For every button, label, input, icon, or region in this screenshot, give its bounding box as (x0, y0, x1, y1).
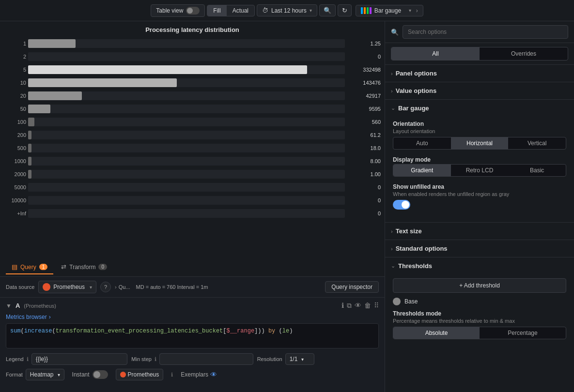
toolbar-left: Table view Fill Actual ⏱ Last 12 hours ▾… (151, 4, 351, 17)
thresholds-section[interactable]: ⌄ Thresholds (385, 257, 574, 274)
query-action-icons: ℹ ⧉ 👁 🗑 ⠿ (341, 302, 379, 310)
orientation-sublabel: Layout orientation (393, 128, 566, 134)
table-view-toggle[interactable]: Table view (151, 4, 205, 17)
threshold-base-row: Base (393, 298, 566, 305)
query-inspector-button[interactable]: Query inspector (325, 281, 379, 293)
orientation-vertical[interactable]: Vertical (508, 137, 566, 149)
bar-fill (28, 39, 76, 48)
text-size-section[interactable]: › Text size (385, 222, 574, 240)
code-editor[interactable]: sum(increase(transformation_event_proces… (6, 323, 379, 348)
bar-label: 10000 (4, 197, 26, 203)
display-mode-gradient[interactable]: Gradient (393, 165, 451, 176)
prometheus-info-icon[interactable]: ℹ (171, 372, 173, 378)
chart-bar-row: 50000 (4, 181, 381, 194)
chevron-down-icon: ⌄ (391, 105, 395, 111)
datasource-select[interactable]: Prometheus ▾ (38, 281, 96, 293)
chevron-right-icon: › (391, 246, 393, 252)
clock-icon: ⏱ (262, 7, 268, 14)
display-mode-retro[interactable]: Retro LCD (451, 165, 509, 176)
bar-label: 50 (4, 106, 26, 112)
legend-info-icon[interactable]: ℹ (27, 356, 29, 362)
bar-label: 100 (4, 119, 26, 125)
chart-bar-row: 509595 (4, 103, 381, 115)
threshold-base-label: Base (404, 298, 418, 305)
chart-area: Processing latency distribution 11.25205… (0, 21, 385, 258)
bar-track (28, 39, 345, 48)
info-icon[interactable]: ℹ (341, 302, 344, 310)
actual-button[interactable]: Actual (227, 5, 254, 16)
chart-bar-row: 10143476 (4, 76, 381, 89)
trash-icon[interactable]: 🗑 (364, 302, 371, 310)
chevron-right-icon: › (115, 284, 117, 290)
standard-options-section[interactable]: › Standard options (385, 240, 574, 257)
query-letter: A (16, 302, 20, 309)
tab-query[interactable]: ▤ Query 1 (6, 260, 53, 274)
instant-toggle[interactable] (93, 370, 108, 379)
left-panel: Processing latency distribution 11.25205… (0, 21, 385, 392)
refresh-button[interactable]: ↻ (338, 4, 352, 16)
orientation-horizontal[interactable]: Horizontal (451, 137, 509, 149)
query-indicator: › Qu... (115, 284, 130, 290)
chart-bar-row: 5332498 (4, 63, 381, 76)
add-threshold-button[interactable]: + Add threshold (393, 278, 566, 293)
format-select[interactable]: Heatmap ▾ (26, 369, 64, 380)
chart-bar-row: 10008.00 (4, 155, 381, 167)
search-options-input[interactable] (403, 25, 568, 39)
main-layout: Processing latency distribution 11.25205… (0, 21, 574, 392)
collapse-button[interactable]: ▼ (6, 302, 12, 309)
info-button[interactable]: ? (100, 282, 111, 292)
display-mode-basic[interactable]: Basic (508, 165, 566, 176)
chevron-down-icon: ⌄ (391, 263, 395, 269)
exemplars-eye-icon[interactable]: 👁 (210, 371, 217, 378)
fill-button[interactable]: Fill (207, 5, 226, 16)
bar-fill (28, 170, 31, 179)
orientation-auto[interactable]: Auto (393, 137, 451, 149)
viz-selector[interactable]: Bar gauge ▾ › (356, 5, 423, 16)
search-icon: 🔍 (391, 29, 399, 36)
bar-track (28, 196, 345, 205)
datasource-label: Data source (6, 284, 34, 290)
value-options-section[interactable]: › Value options (385, 82, 574, 99)
bar-gauge-section[interactable]: ⌄ Bar gauge (385, 99, 574, 117)
format-label: Format (6, 372, 23, 377)
metrics-browser-label: Metrics browser (6, 314, 47, 320)
chevron-down-icon: ▾ (310, 8, 312, 13)
chart-content: 11.2520533249810143476204291750959510056… (0, 37, 385, 220)
chevron-right-icon: › (416, 7, 418, 14)
legend-input[interactable] (31, 353, 128, 365)
threshold-mode-absolute[interactable]: Absolute (393, 327, 480, 339)
display-mode-btn-group: Gradient Retro LCD Basic (393, 164, 566, 177)
copy-icon[interactable]: ⧉ (347, 302, 352, 310)
threshold-mode-percentage[interactable]: Percentage (480, 327, 566, 339)
bar-fill (28, 131, 31, 139)
zoom-out-button[interactable]: 🔍 (319, 4, 336, 16)
bar-fill (28, 105, 50, 113)
min-step-input[interactable] (159, 353, 253, 365)
bar-value: 8.00 (347, 158, 381, 164)
drag-icon[interactable]: ⠿ (374, 302, 379, 310)
eye-icon[interactable]: 👁 (355, 302, 361, 310)
bar-track (28, 144, 345, 152)
bar-value: 61.2 (347, 132, 381, 138)
bar-value: 42917 (347, 93, 381, 99)
query-fields: Legend ℹ Min step ℹ Resolution 1/1 ▾ (6, 353, 379, 365)
table-view-switch[interactable] (186, 7, 200, 15)
min-step-info-icon[interactable]: ℹ (155, 356, 156, 362)
query-tab-label: Query (20, 264, 36, 271)
bar-value: 560 (347, 119, 381, 125)
transform-tab-label: Transform (69, 264, 95, 271)
display-mode-option: Display mode Gradient Retro LCD Basic (393, 156, 566, 177)
metrics-browser-button[interactable]: Metrics browser › (6, 314, 51, 320)
overrides-tab[interactable]: Overrides (480, 47, 568, 60)
bar-gauge-title: Bar gauge (398, 105, 429, 112)
display-mode-label: Display mode (393, 156, 566, 163)
bar-value: 18.0 (347, 145, 381, 151)
instant-toggle-group: Instant (72, 370, 108, 379)
time-range-button[interactable]: ⏱ Last 12 hours ▾ (257, 4, 317, 16)
resolution-select[interactable]: 1/1 ▾ (285, 353, 314, 365)
panel-options-section[interactable]: › Panel options (385, 64, 574, 82)
all-tab[interactable]: All (391, 47, 480, 60)
show-unfilled-toggle[interactable] (393, 200, 410, 210)
query-short: Qu... (119, 284, 130, 290)
tab-transform[interactable]: ⇄ Transform 0 (55, 260, 113, 274)
